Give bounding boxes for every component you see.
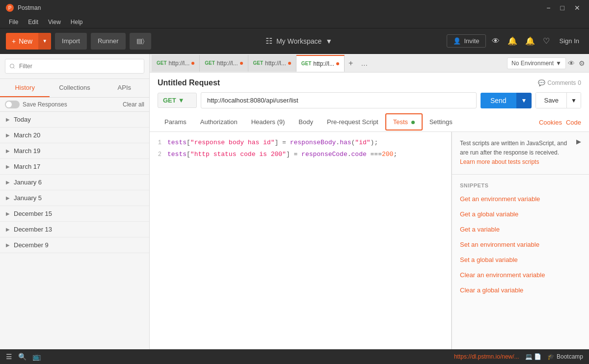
workspace-selector[interactable]: ☷ My Workspace ▼: [266, 36, 332, 46]
notifications-icon[interactable]: 🔔: [506, 34, 519, 48]
workspace-name: My Workspace: [276, 37, 321, 45]
history-group-march17-header[interactable]: ▶ March 17: [0, 159, 149, 174]
code-editor[interactable]: 1 tests["response body has id"] = respon…: [150, 132, 452, 349]
request-tab-4[interactable]: GET http://l...: [296, 55, 345, 72]
history-group-jan6-header[interactable]: ▶ January 6: [0, 175, 149, 190]
nav-tests[interactable]: Tests: [385, 113, 423, 130]
request-tab-3[interactable]: GET http://l...: [248, 55, 296, 72]
comments-button[interactable]: 💬 Comments 0: [538, 79, 581, 86]
cookies-link[interactable]: Cookies: [539, 115, 562, 130]
runner-button[interactable]: Runner: [91, 33, 126, 50]
history-group-march20: ▶ March 20: [0, 128, 149, 143]
history-group-dec9-header[interactable]: ▶ December 9: [0, 237, 149, 253]
tab-history[interactable]: History: [0, 79, 50, 97]
snippets-expand-button[interactable]: ▶: [576, 138, 581, 145]
menu-file[interactable]: File: [4, 18, 23, 26]
sidebar-toggle-icon[interactable]: ☰: [6, 353, 12, 361]
snippet-clear-global-var[interactable]: Clear a global variable: [452, 283, 589, 298]
snippets-label: SNIPPETS: [452, 180, 589, 191]
menu-view[interactable]: View: [43, 18, 66, 26]
nav-body[interactable]: Body: [292, 114, 320, 130]
code-content-1: tests["response body has id"] = response…: [167, 138, 378, 148]
more-tabs-button[interactable]: …: [357, 59, 372, 67]
tab-collections[interactable]: Collections: [50, 79, 99, 97]
history-group-label: December 13: [14, 226, 52, 233]
history-group-today: ▶ Today: [0, 112, 149, 128]
code-link[interactable]: Code: [566, 115, 581, 130]
sidebar-tabs: History Collections APIs: [0, 79, 149, 98]
nav-params[interactable]: Params: [158, 114, 193, 130]
send-dropdown-button[interactable]: ▼: [516, 93, 532, 108]
bell-icon[interactable]: 🔔: [523, 34, 537, 48]
sidebar-search-container: [0, 54, 149, 79]
request-tab-1[interactable]: GET http://l...: [152, 55, 200, 72]
history-group-dec9: ▶ December 9: [0, 237, 149, 253]
nav-authorization[interactable]: Authorization: [193, 114, 244, 130]
history-group-label: December 15: [14, 210, 52, 217]
tab-apis[interactable]: APIs: [100, 79, 149, 97]
nav-headers[interactable]: Headers (9): [244, 114, 292, 130]
history-group-label: January 5: [14, 194, 42, 202]
history-group-today-header[interactable]: ▶ Today: [0, 112, 149, 127]
invite-button[interactable]: 👤 Invite: [447, 34, 485, 48]
environment-selector[interactable]: No Environment ▼: [507, 57, 566, 69]
status-bar: ☰ 🔍 📺 https://dl.pstmn.io/new/... 💻 📄 🎓 …: [0, 349, 589, 364]
nav-prerequest[interactable]: Pre-request Script: [320, 114, 385, 130]
line-number-2: 2: [150, 150, 167, 159]
url-input[interactable]: [201, 92, 477, 108]
monitor-status-icon[interactable]: 📺: [32, 353, 41, 361]
sign-in-button[interactable]: Sign In: [556, 35, 583, 47]
method-selector[interactable]: GET ▼: [158, 93, 197, 108]
heart-icon[interactable]: ♡: [541, 34, 552, 48]
save-responses-label: Save Responses: [23, 101, 67, 108]
window-controls[interactable]: − □ ✕: [543, 3, 583, 13]
history-group-label: March 17: [14, 163, 40, 170]
send-button[interactable]: Send: [481, 93, 516, 108]
eye-button[interactable]: 👁: [566, 57, 577, 69]
tab-url: http://l...: [217, 60, 238, 67]
history-group-dec13-header[interactable]: ▶ December 13: [0, 222, 149, 237]
history-group-jan5-header[interactable]: ▶ January 5: [0, 190, 149, 206]
history-group-dec15-header[interactable]: ▶ December 15: [0, 206, 149, 221]
snippet-get-global-var[interactable]: Get a global variable: [452, 207, 589, 222]
save-button-group: Save ▼: [535, 92, 581, 108]
nav-settings[interactable]: Settings: [423, 114, 459, 130]
add-tab-button[interactable]: +: [345, 59, 357, 68]
method-label: GET: [163, 97, 176, 104]
snippet-clear-env-var[interactable]: Clear an environment variable: [452, 267, 589, 283]
clear-all-button[interactable]: Clear all: [123, 101, 144, 108]
invite-button-label: Invite: [464, 37, 479, 45]
request-header: Untitled Request 💬 Comments 0: [150, 73, 589, 87]
history-group-march20-header[interactable]: ▶ March 20: [0, 128, 149, 143]
import-button[interactable]: Import: [55, 33, 87, 50]
menu-help[interactable]: Help: [66, 18, 88, 26]
learn-more-link[interactable]: Learn more about tests scripts: [460, 158, 539, 165]
comment-icon: 💬: [538, 79, 545, 86]
bootcamp-button[interactable]: 🎓 Bootcamp: [547, 353, 583, 360]
save-responses-toggle[interactable]: [5, 101, 20, 108]
plus-icon: +: [12, 37, 16, 45]
history-group-march19-header[interactable]: ▶ March 19: [0, 143, 149, 158]
snippet-set-global-var[interactable]: Set a global variable: [452, 252, 589, 267]
menu-edit[interactable]: Edit: [23, 18, 43, 26]
snippet-set-env-var[interactable]: Set an environment variable: [452, 237, 589, 252]
request-tab-2[interactable]: GET http://l...: [200, 55, 248, 72]
tab-url: http://l...: [313, 60, 334, 67]
search-input[interactable]: [5, 59, 144, 74]
settings-gear-button[interactable]: ⚙: [577, 57, 587, 69]
sync-button[interactable]: ▤〉: [130, 33, 151, 50]
save-dropdown-button[interactable]: ▼: [567, 92, 581, 108]
menu-bar: File Edit View Help: [0, 16, 589, 28]
close-button[interactable]: ✕: [571, 3, 583, 13]
history-icon-button[interactable]: 👁: [490, 35, 502, 48]
snippet-get-var[interactable]: Get a variable: [452, 222, 589, 237]
minimize-button[interactable]: −: [543, 3, 553, 13]
history-group-label: January 6: [14, 179, 42, 186]
save-button[interactable]: Save: [535, 92, 567, 108]
maximize-button[interactable]: □: [558, 3, 567, 13]
new-dropdown-arrow[interactable]: ▼: [38, 33, 51, 50]
search-status-icon[interactable]: 🔍: [18, 353, 27, 361]
new-button[interactable]: + New ▼: [6, 33, 51, 50]
editor-panel: 1 tests["response body has id"] = respon…: [150, 132, 589, 349]
snippet-get-env-var[interactable]: Get an environment variable: [452, 191, 589, 207]
